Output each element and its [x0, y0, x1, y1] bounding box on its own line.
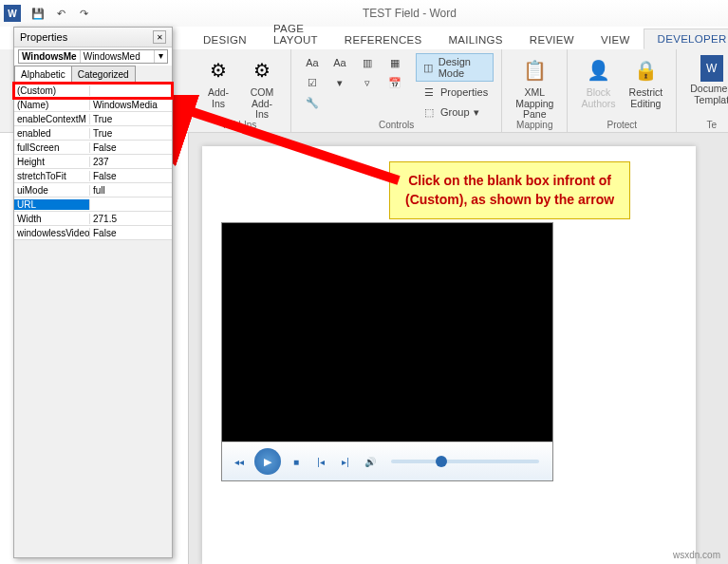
- callout-line1: Click on the blank box infront of: [405, 172, 614, 191]
- properties-icon: ☰: [421, 85, 437, 100]
- media-controls: ◂◂ ▶ ■ |◂ ▸| 🔊: [222, 442, 552, 480]
- design-mode-icon: ◫: [422, 60, 435, 75]
- property-value[interactable]: True: [90, 128, 172, 139]
- property-row[interactable]: uiModefull: [14, 183, 172, 197]
- object-selector[interactable]: WindowsMe WindowsMed ▾: [14, 47, 172, 66]
- property-row[interactable]: fullScreenFalse: [14, 141, 172, 155]
- group-protect: 👤 Block Authors 🔒 Restrict Editing Prote…: [568, 49, 677, 132]
- prev-icon[interactable]: |◂: [311, 452, 330, 471]
- restrict-editing-label: Restrict Editing: [629, 87, 663, 109]
- tab-view[interactable]: VIEW: [588, 30, 644, 49]
- property-tabs: Alphabetic Categorized: [14, 66, 172, 84]
- property-value[interactable]: False: [90, 142, 172, 153]
- block-authors-button[interactable]: 👤 Block Authors: [575, 53, 621, 111]
- property-row[interactable]: stretchToFitFalse: [14, 169, 172, 183]
- rewind-icon[interactable]: ◂◂: [230, 452, 249, 471]
- properties-label: Properties: [440, 86, 488, 98]
- watermark: wsxdn.com: [673, 550, 720, 560]
- property-name: Height: [14, 157, 90, 167]
- property-name: stretchToFit: [14, 171, 90, 181]
- xml-mapping-label: XML Mapping Pane: [515, 87, 553, 121]
- property-row[interactable]: Width271.5: [14, 212, 172, 226]
- control-checkbox-icon[interactable]: ☑: [299, 73, 326, 92]
- control-picture-icon[interactable]: ▥: [354, 53, 381, 72]
- annotation-callout: Click on the blank box infront of (Custo…: [389, 161, 630, 219]
- group-button-label: Group: [440, 106, 470, 118]
- media-player-control[interactable]: ◂◂ ▶ ■ |◂ ▸| 🔊: [221, 222, 553, 481]
- property-value[interactable]: True: [90, 114, 172, 124]
- annotation-arrow: [161, 95, 408, 209]
- redo-icon[interactable]: ↷: [73, 3, 94, 24]
- tab-categorized[interactable]: Categorized: [71, 66, 136, 83]
- property-value[interactable]: 271.5: [90, 214, 172, 224]
- property-value[interactable]: False: [90, 171, 172, 181]
- property-row[interactable]: (Custom): [14, 84, 172, 98]
- property-name: (Custom): [14, 85, 90, 96]
- group-templates: W Documen Templat Te: [677, 49, 728, 132]
- document-template-button[interactable]: W Documen Templat: [684, 53, 728, 107]
- property-value[interactable]: 237: [90, 157, 172, 167]
- property-row[interactable]: windowlessVideoFalse: [14, 226, 172, 240]
- chevron-down-icon: ▾: [474, 106, 479, 119]
- volume-icon[interactable]: 🔊: [361, 452, 380, 471]
- close-icon[interactable]: ✕: [153, 30, 166, 44]
- property-value[interactable]: full: [90, 185, 172, 196]
- properties-panel: Properties ✕ WindowsMe WindowsMed ▾ Alph…: [13, 27, 173, 558]
- undo-icon[interactable]: ↶: [50, 3, 71, 24]
- stop-icon[interactable]: ■: [287, 452, 306, 471]
- property-name: fullScreen: [14, 142, 90, 153]
- property-row[interactable]: enableContextMTrue: [14, 112, 172, 126]
- control-combo-icon[interactable]: ▾: [327, 73, 353, 92]
- design-mode-button[interactable]: ◫ Design Mode: [416, 53, 494, 82]
- control-richtext-icon[interactable]: Aa: [299, 53, 326, 72]
- dropdown-icon[interactable]: ▾: [154, 50, 167, 63]
- group-label-protect: Protect: [568, 120, 676, 130]
- xml-mapping-icon: 📋: [519, 55, 550, 85]
- restrict-editing-button[interactable]: 🔒 Restrict Editing: [624, 53, 669, 111]
- control-date-icon[interactable]: 📅: [382, 73, 408, 92]
- group-icon: ⬚: [421, 104, 437, 120]
- tab-review[interactable]: REVIEW: [516, 30, 588, 49]
- tab-developer[interactable]: DEVELOPER: [644, 28, 728, 49]
- restrict-editing-icon: 🔒: [630, 55, 661, 85]
- document-template-icon: W: [700, 55, 723, 82]
- property-value[interactable]: False: [90, 228, 172, 238]
- slider-thumb[interactable]: [436, 456, 447, 467]
- xml-mapping-button[interactable]: 📋 XML Mapping Pane: [510, 53, 559, 122]
- property-name: enabled: [14, 128, 90, 139]
- addins-icon: ⚙: [203, 55, 233, 85]
- word-icon: W: [4, 5, 21, 22]
- group-button[interactable]: ⬚ Group ▾: [416, 103, 494, 122]
- block-authors-label: Block Authors: [581, 87, 615, 109]
- property-row[interactable]: enabledTrue: [14, 126, 172, 141]
- play-icon[interactable]: ▶: [254, 448, 281, 475]
- object-name: WindowsMe: [19, 50, 81, 63]
- property-row[interactable]: URL: [14, 197, 172, 212]
- tab-mailings[interactable]: MAILINGS: [435, 30, 515, 49]
- property-row[interactable]: Height237: [14, 155, 172, 169]
- properties-button[interactable]: ☰ Properties: [416, 83, 494, 102]
- property-grid: (Custom)(Name)WindowsMediaenableContextM…: [14, 84, 172, 240]
- control-dropdown-icon[interactable]: ▿: [354, 73, 381, 92]
- tab-design[interactable]: DESIGN: [190, 30, 260, 49]
- properties-titlebar: Properties ✕: [14, 28, 172, 47]
- next-icon[interactable]: ▸|: [336, 452, 355, 471]
- control-plaintext-icon[interactable]: Aa: [327, 53, 353, 72]
- property-name: URL: [14, 199, 90, 210]
- com-addins-icon: ⚙: [247, 55, 277, 85]
- property-value[interactable]: WindowsMedia: [90, 100, 172, 110]
- tab-alphabetic[interactable]: Alphabetic: [14, 66, 72, 83]
- document-title: TEST Field - Word: [95, 7, 724, 20]
- tab-page-layout[interactable]: PAGE LAYOUT: [260, 19, 331, 49]
- design-mode-label: Design Mode: [439, 56, 487, 79]
- save-icon[interactable]: 💾: [28, 3, 48, 24]
- tab-references[interactable]: REFERENCES: [331, 30, 436, 49]
- video-area: [222, 223, 552, 442]
- control-block-icon[interactable]: ▦: [382, 53, 408, 72]
- property-row[interactable]: (Name)WindowsMedia: [14, 98, 172, 112]
- group-mapping: 📋 XML Mapping Pane Mapping: [502, 49, 568, 132]
- property-name: uiMode: [14, 185, 90, 196]
- property-name: (Name): [14, 100, 90, 110]
- volume-slider[interactable]: [391, 460, 539, 463]
- callout-line2: (Custom), as shown by the arrow: [405, 191, 614, 210]
